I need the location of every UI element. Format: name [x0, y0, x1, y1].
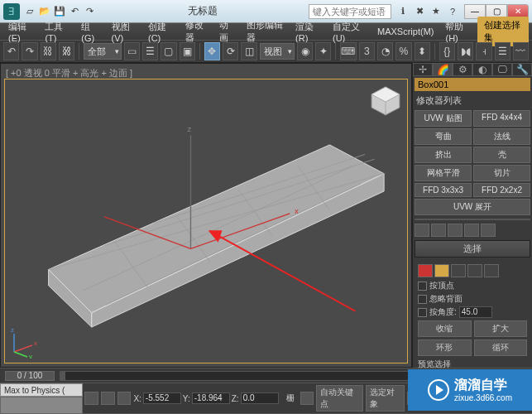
- unlink-icon[interactable]: ⛓̸: [59, 42, 74, 60]
- menu-graph[interactable]: 图形编辑器: [242, 17, 290, 46]
- mirror-icon[interactable]: ◗◖: [458, 42, 473, 60]
- select-name-icon[interactable]: ☰: [142, 42, 158, 60]
- select-region-icon[interactable]: ▢: [161, 42, 176, 60]
- modifier-shell[interactable]: 壳: [473, 147, 530, 163]
- named-set-icon[interactable]: {}: [439, 42, 455, 60]
- scale-icon[interactable]: ◫: [241, 42, 256, 60]
- border-level-icon[interactable]: [451, 264, 466, 277]
- modifier-uvw-map[interactable]: UVW 贴图: [415, 110, 472, 127]
- menu-animation[interactable]: 动画: [214, 17, 239, 46]
- help-search-input[interactable]: [309, 4, 391, 19]
- maxscript-listener[interactable]: Max to Physics (: [0, 383, 83, 397]
- time-slider-thumb[interactable]: 0 / 100: [5, 371, 55, 381]
- window-crossing-icon[interactable]: ▣: [180, 42, 195, 60]
- layers-icon[interactable]: ☰: [495, 42, 510, 60]
- menu-customize[interactable]: 自定义(U): [328, 19, 371, 45]
- menu-edit[interactable]: 编辑(E): [3, 19, 38, 45]
- show-end-icon[interactable]: [431, 224, 446, 237]
- y-input[interactable]: -18.964: [192, 392, 230, 404]
- selection-rollout-header[interactable]: 选择: [415, 240, 530, 258]
- utilities-tab-icon[interactable]: 🔧: [512, 63, 532, 76]
- modifier-bend[interactable]: 弯曲: [415, 128, 472, 145]
- menu-help[interactable]: 帮助(H): [440, 19, 476, 45]
- qat-open-icon[interactable]: 📂: [38, 5, 51, 18]
- align-icon[interactable]: ⫞: [476, 42, 491, 60]
- key-filters-select[interactable]: 选定对象: [366, 385, 405, 412]
- x-input[interactable]: -5.552: [143, 392, 181, 404]
- menu-tools[interactable]: 工具(T): [40, 19, 74, 45]
- qat-save-icon[interactable]: 💾: [53, 5, 66, 18]
- reference-coord[interactable]: 视图: [260, 43, 295, 60]
- element-level-icon[interactable]: [484, 264, 499, 277]
- modifier-ffd2[interactable]: FFD 2x2x2: [473, 183, 530, 197]
- modifier-meshsmooth[interactable]: 网格平滑: [415, 165, 472, 181]
- by-angle-checkbox[interactable]: [418, 308, 427, 317]
- unique-icon[interactable]: [448, 224, 463, 237]
- spinner-snap-icon[interactable]: ⬍: [415, 42, 430, 60]
- pivot-icon[interactable]: ◉: [297, 42, 313, 60]
- undo-icon[interactable]: ↶: [3, 42, 19, 60]
- viewport[interactable]: [ +0 透视 0 平滑 + 高光 + 边面 ]: [0, 63, 412, 368]
- menu-modifiers[interactable]: 修改器: [180, 17, 213, 46]
- grow-button[interactable]: 扩大: [474, 320, 528, 337]
- polygon-level-icon[interactable]: [467, 264, 482, 277]
- object-name-field[interactable]: Box001: [415, 78, 530, 91]
- macro-recorder[interactable]: [0, 397, 83, 414]
- tools-icon[interactable]: ✖: [413, 5, 426, 18]
- qat-undo-icon[interactable]: ↶: [68, 5, 81, 18]
- ignore-backfacing-checkbox[interactable]: [418, 295, 427, 304]
- remove-mod-icon[interactable]: [464, 224, 479, 237]
- modifier-extrude[interactable]: 挤出: [415, 147, 472, 163]
- modifier-uvw-unwrap[interactable]: UVW 展开: [415, 199, 530, 215]
- angle-input[interactable]: 45.0: [459, 306, 492, 318]
- help-icon[interactable]: ?: [446, 5, 459, 18]
- shrink-button[interactable]: 收缩: [418, 320, 472, 337]
- key-mode-icon[interactable]: [300, 392, 314, 405]
- rotate-icon[interactable]: ⟳: [223, 42, 238, 60]
- link-icon[interactable]: ⛓: [41, 42, 56, 60]
- qat-redo-icon[interactable]: ↷: [83, 5, 96, 18]
- z-input[interactable]: 0.0: [241, 392, 279, 404]
- viewport-label[interactable]: [ +0 透视 0 平滑 + 高光 + 边面 ]: [6, 67, 132, 79]
- display-tab-icon[interactable]: 🖵: [492, 63, 512, 76]
- vertex-level-icon[interactable]: [418, 264, 433, 277]
- modifier-stack[interactable]: [415, 219, 530, 220]
- modifier-list-label[interactable]: 修改器列表: [413, 93, 532, 108]
- keyboard-shortcut-icon[interactable]: ⌨: [340, 42, 356, 60]
- modifier-slice[interactable]: 切片: [473, 165, 530, 181]
- percent-snap-icon[interactable]: %: [395, 42, 411, 60]
- curve-editor-icon[interactable]: 〰: [513, 42, 529, 60]
- qat-new-icon[interactable]: ▱: [23, 5, 36, 18]
- info-icon[interactable]: ℹ: [396, 5, 410, 18]
- snap-toggle-icon[interactable]: 3: [359, 42, 375, 60]
- star-icon[interactable]: ★: [429, 5, 443, 18]
- angle-snap-icon[interactable]: ◔: [377, 42, 393, 60]
- menu-render[interactable]: 渲染(R): [290, 19, 326, 45]
- ring-button[interactable]: 环形: [418, 339, 472, 356]
- configure-icon[interactable]: [481, 224, 496, 237]
- create-tab-icon[interactable]: ✢: [413, 63, 433, 76]
- menu-view[interactable]: 视图(V): [107, 19, 141, 45]
- select-icon[interactable]: ▭: [124, 42, 140, 60]
- modify-tab-icon[interactable]: 🌈: [433, 63, 453, 76]
- selection-lock-icon[interactable]: [117, 392, 132, 405]
- pin-stack-icon[interactable]: [415, 224, 429, 237]
- motion-tab-icon[interactable]: ◐: [472, 63, 492, 76]
- modifier-normal[interactable]: 法线: [473, 128, 530, 145]
- menu-create[interactable]: 创建(C): [143, 19, 179, 45]
- redo-icon[interactable]: ↷: [22, 42, 37, 60]
- menu-maxscript[interactable]: MAXScript(M): [372, 25, 439, 38]
- manipulate-icon[interactable]: ✦: [315, 42, 331, 60]
- edge-level-icon[interactable]: [434, 264, 449, 277]
- loop-button[interactable]: 循环: [474, 339, 528, 356]
- selection-filter[interactable]: 全部: [84, 43, 122, 60]
- menu-group[interactable]: 组(G): [76, 19, 104, 45]
- modifier-ffd3[interactable]: FFD 3x3x3: [415, 183, 472, 197]
- by-vertex-checkbox[interactable]: [418, 282, 427, 291]
- lock-selection-icon[interactable]: [84, 392, 98, 405]
- auto-key-button[interactable]: 自动关键点: [316, 385, 362, 412]
- move-icon[interactable]: ✥: [204, 42, 220, 60]
- hierarchy-tab-icon[interactable]: ⚙: [453, 63, 472, 76]
- isolate-icon[interactable]: [101, 392, 115, 405]
- modifier-ffd4[interactable]: FFD 4x4x4: [473, 110, 530, 127]
